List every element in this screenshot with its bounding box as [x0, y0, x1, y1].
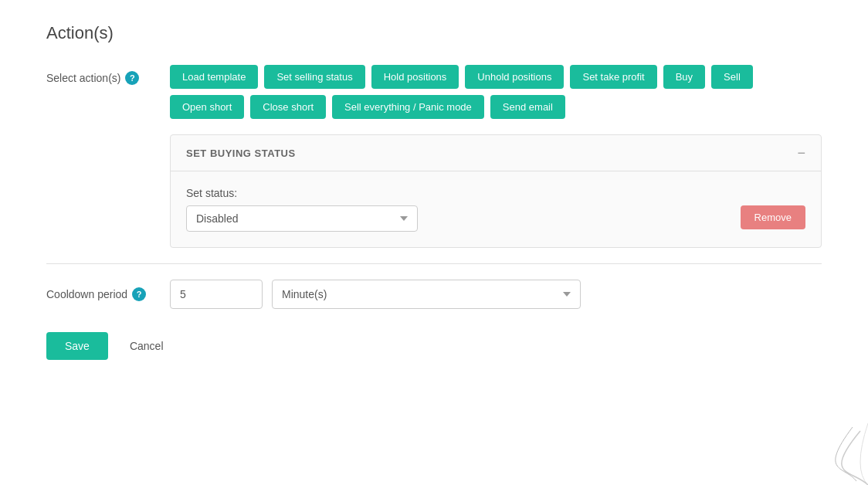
- buy-button[interactable]: Buy: [663, 65, 705, 89]
- help-icon-cooldown[interactable]: ?: [132, 287, 146, 301]
- remove-button[interactable]: Remove: [741, 205, 805, 229]
- cancel-button[interactable]: Cancel: [117, 332, 176, 360]
- action-buttons-area: Load template Set selling status Hold po…: [170, 65, 822, 119]
- unhold-positions-button[interactable]: Unhold positions: [465, 65, 564, 89]
- section-card-wrapper: SET BUYING STATUS − Set status: Disabled…: [170, 134, 822, 248]
- set-take-profit-button[interactable]: Set take profit: [570, 65, 656, 89]
- section-body: Set status: Disabled Enabled Remove: [171, 171, 821, 247]
- cooldown-label: Cooldown period: [46, 288, 127, 300]
- section-header: SET BUYING STATUS −: [171, 135, 821, 171]
- set-selling-status-button[interactable]: Set selling status: [264, 65, 364, 89]
- sell-button[interactable]: Sell: [711, 65, 753, 89]
- page-wrapper: Action(s) Select action(s) ? Load templa…: [0, 0, 868, 485]
- page-title: Action(s): [46, 23, 822, 43]
- section-title: SET BUYING STATUS: [186, 148, 296, 159]
- footer-buttons: Save Cancel: [46, 332, 822, 360]
- cooldown-value-input[interactable]: [170, 280, 263, 309]
- status-select[interactable]: Disabled Enabled: [186, 205, 418, 232]
- close-short-button[interactable]: Close short: [250, 95, 326, 119]
- help-icon-actions[interactable]: ?: [125, 71, 139, 85]
- load-template-button[interactable]: Load template: [170, 65, 258, 89]
- hold-positions-button[interactable]: Hold positions: [371, 65, 459, 89]
- main-content: Action(s) Select action(s) ? Load templa…: [0, 0, 868, 383]
- status-form-group: Set status: Disabled Enabled: [186, 187, 418, 232]
- open-short-button[interactable]: Open short: [170, 95, 244, 119]
- sell-everything-button[interactable]: Sell everything / Panic mode: [332, 95, 484, 119]
- cooldown-row: Cooldown period ? Minute(s) Hour(s) Day(…: [46, 280, 822, 309]
- status-label: Set status:: [186, 187, 418, 199]
- divider: [46, 263, 822, 264]
- action-buttons-row-2: Open short Close short Sell everything /…: [170, 95, 822, 119]
- corner-decoration: [806, 423, 868, 485]
- save-button[interactable]: Save: [46, 332, 108, 360]
- select-actions-row: Select action(s) ? Load template Set sel…: [46, 65, 822, 119]
- collapse-icon[interactable]: −: [797, 146, 805, 160]
- cooldown-inputs: Minute(s) Hour(s) Day(s): [170, 280, 822, 309]
- section-card: SET BUYING STATUS − Set status: Disabled…: [170, 134, 822, 248]
- action-buttons-row-1: Load template Set selling status Hold po…: [170, 65, 822, 89]
- select-actions-label: Select action(s): [46, 72, 120, 84]
- cooldown-unit-select[interactable]: Minute(s) Hour(s) Day(s): [272, 280, 581, 309]
- cooldown-label-area: Cooldown period ?: [46, 287, 170, 301]
- label-area: Select action(s) ?: [46, 65, 170, 85]
- send-email-button[interactable]: Send email: [490, 95, 565, 119]
